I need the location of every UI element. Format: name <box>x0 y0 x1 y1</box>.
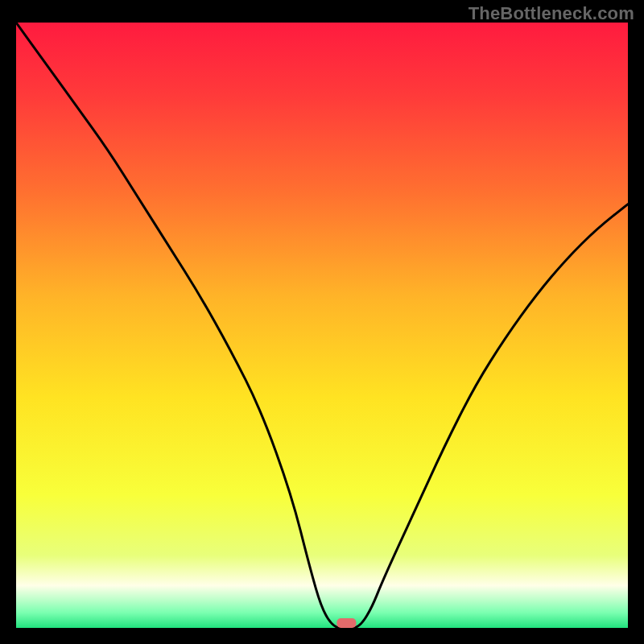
watermark-text: TheBottleneck.com <box>469 3 634 24</box>
chart-svg <box>16 23 628 628</box>
gradient-background <box>16 23 628 628</box>
chart-plot-area <box>16 23 628 628</box>
chart-frame: TheBottleneck.com <box>0 0 644 644</box>
optimal-point-marker <box>336 618 356 628</box>
